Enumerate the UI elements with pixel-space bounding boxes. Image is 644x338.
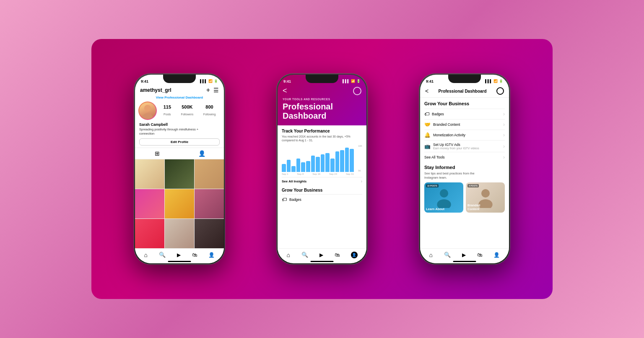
p3-item-monetization[interactable]: 🔔 Monetization Activity › (424, 130, 505, 140)
reels-icon-1[interactable]: ▶ (177, 252, 181, 258)
avatar (138, 101, 157, 120)
badges-chevron: › (503, 111, 505, 117)
badges-list-icon: 🏷 (424, 111, 429, 117)
bar-14 (345, 148, 349, 172)
bar-4 (296, 159, 301, 172)
igtv-desc: Earn money from your IGTV videos (433, 147, 479, 150)
monetization-chevron: › (503, 132, 505, 138)
dashboard-link[interactable]: View Professional Dashboard (135, 96, 224, 101)
p2-nav: < (278, 86, 366, 98)
home-bar-3 (453, 261, 476, 262)
bar-10 (325, 153, 330, 172)
phone-1: 9:41 ▌▌▌ 📶 🔋 amethyst_grl + ☰ (134, 73, 225, 265)
grid-cell-2 (165, 159, 194, 189)
menu-icon[interactable]: ☰ (213, 87, 219, 94)
home-icon-3[interactable]: ⌂ (429, 252, 433, 258)
grid-cell-1 (135, 159, 164, 189)
see-all-insights[interactable]: See All Insights › (282, 177, 362, 185)
svg-point-3 (437, 199, 451, 208)
posts-count: 115 (164, 104, 171, 109)
shop-icon-1[interactable]: 🛍 (192, 252, 197, 258)
monetization-icon: 🔔 (424, 132, 431, 138)
reels-icon-3[interactable]: ▶ (462, 252, 466, 258)
profile-icon-1[interactable]: 👤 (208, 252, 215, 258)
phone-3: 9:41 ▌▌▌ 📶 🔋 < Professional Dashboard (419, 73, 510, 265)
search-icon-3[interactable]: 🔍 (444, 252, 451, 258)
p2-subtitle: YOUR TOOLS AND RESOURCES (283, 98, 361, 101)
search-icon-1[interactable]: 🔍 (159, 252, 166, 258)
posts-stat: 115 Posts (164, 104, 171, 117)
profile-name: Sarah Campbell (135, 122, 224, 127)
p3-menu-circle[interactable] (496, 87, 504, 95)
notch-3 (448, 75, 481, 83)
grid-tab[interactable]: ⊞ (135, 150, 179, 157)
svg-point-4 (481, 189, 490, 198)
bar-12 (335, 151, 340, 172)
phone-2: 9:41 ▌▌▌ 📶 🔋 < YOUR TOOLS A (276, 73, 368, 265)
card2-badge: 4 POSTS (467, 184, 479, 187)
p2-back-icon[interactable]: < (283, 86, 287, 95)
p2-grow-section: Grow Your Business 🏷 Badges (282, 188, 362, 205)
stay-informed-title: Stay Informed (424, 165, 505, 170)
bar-6 (306, 161, 310, 172)
search-icon-2[interactable]: 🔍 (301, 252, 308, 258)
shop-icon-2[interactable]: 🛍 (335, 252, 340, 258)
badges-icon: 🏷 (282, 197, 287, 203)
profile-icon-2[interactable]: 👤 (351, 252, 358, 258)
edit-profile-button[interactable]: Edit Profile (139, 138, 220, 146)
grid-cell-6 (195, 189, 224, 218)
chart-y-mid: 5K (358, 169, 362, 172)
followers-count: 500K (181, 104, 193, 109)
add-icon[interactable]: + (206, 86, 210, 94)
p2-body: Track Your Performance You reached 201K … (278, 125, 366, 260)
bar-3 (291, 166, 296, 172)
track-desc: You reached 201K accounts in the last 30… (282, 135, 362, 142)
p2-menu-circle[interactable] (353, 87, 361, 95)
time-2: 9:41 (283, 79, 291, 83)
home-icon-1[interactable]: ⌂ (144, 252, 148, 258)
reels-icon-2[interactable]: ▶ (319, 252, 323, 258)
p3-back-icon[interactable]: < (425, 88, 428, 94)
p2-grow-title: Grow Your Business (282, 188, 362, 192)
grid-cell-7 (135, 219, 164, 248)
p2-title-line1: Professional (283, 102, 361, 111)
stats-numbers: 115 Posts 500K Followers 800 Following (158, 104, 221, 117)
p2-badges-item[interactable]: 🏷 Badges (282, 194, 362, 205)
followers-stat: 500K Followers (181, 104, 193, 117)
svg-point-1 (143, 113, 153, 119)
p2-title-line2: Dashboard (283, 111, 361, 120)
branded-content-card[interactable]: 4 POSTS Branded Content (466, 182, 505, 213)
time-1: 9:41 (141, 79, 148, 83)
page-background: 9:41 ▌▌▌ 📶 🔋 amethyst_grl + ☰ (0, 0, 644, 338)
p3-item-igtv[interactable]: 📺 Set Up IGTV Ads Earn money from your I… (424, 140, 505, 152)
card1-badge: 10 POSTS (426, 184, 439, 187)
grid-cell-9 (195, 219, 224, 248)
home-icon-2[interactable]: ⌂ (286, 252, 290, 258)
shop-icon-3[interactable]: 🛍 (477, 252, 482, 258)
username-row: amethyst_grl + ☰ (135, 86, 224, 96)
performance-chart: 10K 5K Sep 1 Sep 8 Sep 16 Sep 24 Sep 31 (282, 145, 362, 175)
bar-13 (340, 150, 344, 172)
tagged-tab[interactable]: 👤 (179, 150, 224, 157)
card1-label: Learn About (426, 207, 444, 211)
p3-item-branded[interactable]: 🤝 Branded Content › (424, 119, 505, 130)
learn-about-card[interactable]: 10 POSTS Learn About (424, 182, 463, 213)
branded-icon: 🤝 (424, 122, 431, 127)
profile-icon-3[interactable]: 👤 (493, 252, 500, 258)
stay-informed-desc: See tips and best practices from the Ins… (424, 172, 505, 180)
branded-chevron: › (503, 122, 505, 127)
bar-8 (316, 157, 320, 172)
notch-2 (306, 75, 338, 83)
chart-y-top: 10K (358, 145, 362, 147)
bar-5 (301, 162, 305, 172)
main-card: 9:41 ▌▌▌ 📶 🔋 amethyst_grl + ☰ (91, 39, 553, 299)
bar-15 (350, 149, 354, 172)
track-title: Track Your Performance (282, 129, 362, 133)
see-all-tools[interactable]: See All Tools › (424, 152, 505, 162)
svg-point-0 (144, 105, 151, 112)
posts-label: Posts (164, 113, 171, 116)
grow-business-title: Grow Your Business (424, 101, 505, 106)
p3-item-badges[interactable]: 🏷 Badges › (424, 109, 505, 119)
monetization-name: Monetization Activity (433, 133, 465, 137)
p3-header-nav: < Professional Dashboard (420, 86, 509, 98)
